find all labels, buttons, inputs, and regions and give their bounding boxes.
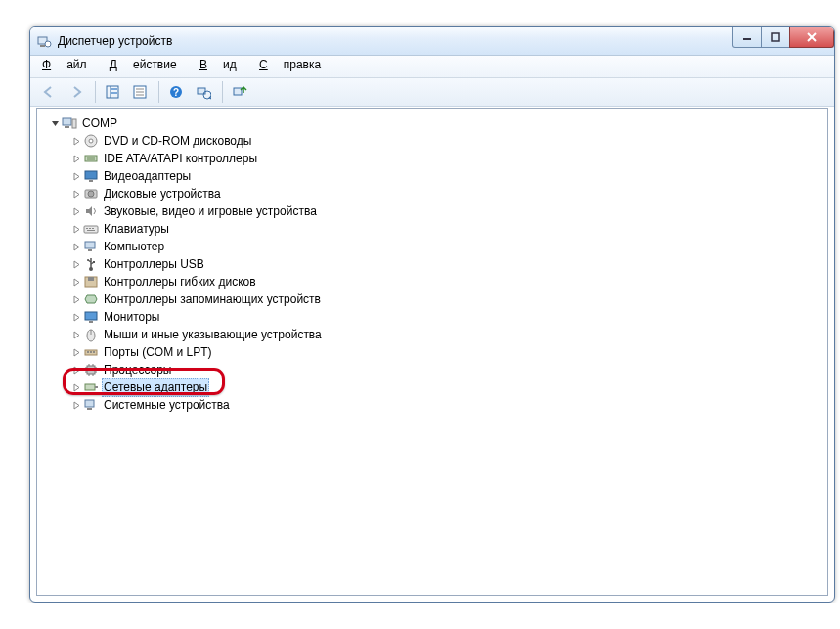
expand-icon[interactable] xyxy=(70,172,82,181)
expand-icon[interactable] xyxy=(70,137,82,146)
update-driver-button[interactable] xyxy=(227,79,252,105)
device-manager-window: Диспетчер устройств Файл Действие Вид Сп… xyxy=(29,26,835,603)
svg-text:?: ? xyxy=(173,87,179,98)
tree-item[interactable]: Клавиатуры xyxy=(41,220,827,238)
svg-point-42 xyxy=(87,259,89,261)
tree-item-label: Мыши и иные указывающие устройства xyxy=(102,326,324,343)
menu-help[interactable]: Справка xyxy=(255,58,323,71)
back-button[interactable] xyxy=(36,79,62,105)
tree-item[interactable]: Контроллеры запоминающих устройств xyxy=(41,291,827,308)
tree-item-label: Контроллеры гибких дисков xyxy=(102,273,258,291)
sound-icon xyxy=(83,203,99,219)
tree-item[interactable]: Дисковые устройства xyxy=(41,185,827,202)
expand-icon[interactable] xyxy=(70,313,82,322)
tree-root[interactable]: COMP xyxy=(41,114,827,132)
tree-item[interactable]: Компьютер xyxy=(41,238,827,255)
monitor-icon xyxy=(83,309,99,325)
tree-item-label: Мониторы xyxy=(102,308,161,326)
properties-button[interactable] xyxy=(127,79,153,105)
tree-item-label: Системные устройства xyxy=(102,396,232,414)
scan-hardware-button[interactable] xyxy=(191,79,216,105)
svg-rect-29 xyxy=(85,171,97,179)
tree-item[interactable]: Мониторы xyxy=(41,308,827,326)
minimize-button[interactable] xyxy=(732,27,762,48)
help-button[interactable]: ? xyxy=(163,79,189,105)
tree-item[interactable]: DVD и CD-ROM дисководы xyxy=(41,132,827,150)
expand-icon[interactable] xyxy=(70,401,82,410)
svg-point-52 xyxy=(90,351,92,353)
close-button[interactable] xyxy=(789,27,834,48)
svg-rect-33 xyxy=(84,226,98,233)
device-tree: COMPDVD и CD-ROM дисководыIDE ATA/ATAPI … xyxy=(37,109,827,414)
svg-point-2 xyxy=(45,41,51,47)
svg-rect-43 xyxy=(93,261,95,263)
tree-item[interactable]: Контроллеры USB xyxy=(41,255,827,273)
tree-item[interactable]: IDE ATA/ATAPI контроллеры xyxy=(41,150,827,167)
tree-item-label: Процессоры xyxy=(102,361,174,379)
floppyctl-icon xyxy=(83,274,99,290)
svg-rect-35 xyxy=(89,228,91,229)
expand-icon[interactable] xyxy=(70,348,82,357)
svg-point-53 xyxy=(93,351,95,353)
svg-rect-23 xyxy=(65,126,69,128)
expand-icon[interactable] xyxy=(70,155,82,163)
keyboard-icon xyxy=(83,221,99,237)
menu-action[interactable]: Действие xyxy=(106,58,179,71)
expand-icon[interactable] xyxy=(70,225,82,234)
tree-item-label: Дисковые устройства xyxy=(102,185,223,202)
window-title: Диспетчер устройств xyxy=(58,34,172,48)
expand-icon[interactable] xyxy=(70,260,82,269)
port-icon xyxy=(83,344,99,360)
display-icon xyxy=(83,168,99,184)
storage-icon xyxy=(83,292,99,307)
expand-icon[interactable] xyxy=(70,331,82,339)
tree-item[interactable]: Сетевые адаптеры xyxy=(41,379,827,396)
expand-icon[interactable] xyxy=(70,190,82,199)
toolbar-separator xyxy=(95,81,96,103)
window-buttons xyxy=(733,27,834,47)
svg-rect-65 xyxy=(85,400,94,407)
tree-item-label: Контроллеры запоминающих устройств xyxy=(102,291,323,308)
tree-item-label: Сетевые адаптеры xyxy=(102,378,209,397)
svg-rect-34 xyxy=(86,228,88,229)
expand-icon[interactable] xyxy=(70,278,82,287)
maximize-button[interactable] xyxy=(761,27,790,48)
svg-rect-37 xyxy=(87,230,95,231)
svg-rect-26 xyxy=(85,156,97,161)
tree-item[interactable]: Звуковые, видео и игровые устройства xyxy=(41,202,827,220)
svg-rect-38 xyxy=(85,242,95,248)
disc-icon xyxy=(83,133,99,149)
titlebar: Диспетчер устройств xyxy=(30,27,834,56)
tree-item[interactable]: Процессоры xyxy=(41,361,827,379)
svg-rect-47 xyxy=(89,321,93,323)
svg-rect-21 xyxy=(63,118,71,125)
menu-file[interactable]: Файл xyxy=(38,58,89,71)
tree-panel[interactable]: COMPDVD и CD-ROM дисководыIDE ATA/ATAPI … xyxy=(36,108,828,596)
hdd-icon xyxy=(83,186,99,202)
tree-item[interactable]: Контроллеры гибких дисков xyxy=(41,273,827,291)
ide-icon xyxy=(83,151,99,166)
svg-rect-30 xyxy=(89,180,93,182)
cpu-icon xyxy=(83,362,99,378)
tree-item[interactable]: Видеоадаптеры xyxy=(41,167,827,185)
forward-button[interactable] xyxy=(64,79,89,105)
tree-item-label: DVD и CD-ROM дисководы xyxy=(102,132,253,150)
computer-icon xyxy=(83,239,99,254)
collapse-icon[interactable] xyxy=(49,119,61,128)
app-icon xyxy=(36,33,52,49)
expand-icon[interactable] xyxy=(70,366,82,375)
expand-icon[interactable] xyxy=(70,295,82,304)
tree-item[interactable]: Системные устройства xyxy=(41,396,827,414)
show-hide-tree-button[interactable] xyxy=(100,79,125,105)
svg-point-51 xyxy=(87,351,89,353)
expand-icon[interactable] xyxy=(70,383,82,392)
svg-rect-20 xyxy=(234,88,242,95)
svg-rect-45 xyxy=(88,277,94,281)
expand-icon[interactable] xyxy=(70,207,82,216)
tree-item[interactable]: Мыши и иные указывающие устройства xyxy=(41,326,827,343)
menu-view[interactable]: Вид xyxy=(196,58,239,71)
network-icon xyxy=(83,380,99,395)
tree-item[interactable]: Порты (COM и LPT) xyxy=(41,343,827,361)
expand-icon[interactable] xyxy=(70,243,82,251)
system-icon xyxy=(83,397,99,413)
